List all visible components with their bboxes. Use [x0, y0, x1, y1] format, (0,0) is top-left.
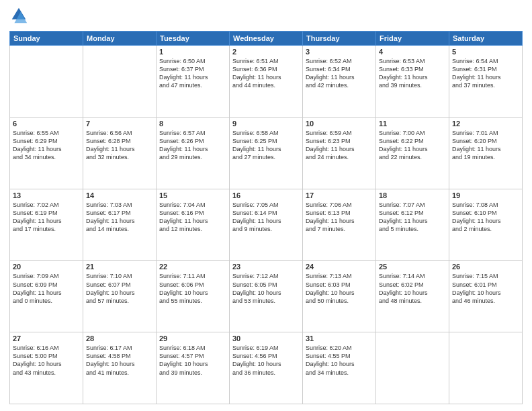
calendar-cell: 22Sunrise: 7:11 AM Sunset: 6:06 PM Dayli…	[157, 261, 230, 332]
calendar-cell: 4Sunrise: 6:53 AM Sunset: 6:33 PM Daylig…	[376, 46, 449, 118]
cell-text: Sunrise: 7:06 AM Sunset: 6:13 PM Dayligh…	[306, 201, 373, 234]
logo-icon	[9, 7, 28, 26]
calendar-cell: 26Sunrise: 7:15 AM Sunset: 6:01 PM Dayli…	[449, 261, 523, 332]
logo	[9, 7, 31, 26]
cell-text: Sunrise: 7:13 AM Sunset: 6:03 PM Dayligh…	[306, 272, 373, 305]
calendar-header-tuesday: Tuesday	[157, 32, 230, 46]
calendar-cell: 23Sunrise: 7:12 AM Sunset: 6:05 PM Dayli…	[230, 261, 303, 332]
day-number: 13	[13, 191, 80, 199]
day-number: 23	[232, 263, 300, 271]
cell-text: Sunrise: 6:51 AM Sunset: 6:36 PM Dayligh…	[232, 57, 300, 90]
calendar-cell: 15Sunrise: 7:04 AM Sunset: 6:16 PM Dayli…	[157, 189, 230, 261]
cell-text: Sunrise: 6:16 AM Sunset: 5:00 PM Dayligh…	[13, 344, 80, 377]
calendar-cell: 13Sunrise: 7:02 AM Sunset: 6:19 PM Dayli…	[10, 189, 83, 261]
day-number: 21	[86, 263, 153, 271]
calendar-cell	[83, 46, 157, 118]
day-number: 17	[306, 191, 373, 199]
calendar-cell: 30Sunrise: 6:19 AM Sunset: 4:56 PM Dayli…	[230, 332, 303, 404]
calendar-cell: 20Sunrise: 7:09 AM Sunset: 6:09 PM Dayli…	[10, 261, 83, 332]
cell-text: Sunrise: 7:15 AM Sunset: 6:01 PM Dayligh…	[452, 272, 519, 305]
calendar-cell: 7Sunrise: 6:56 AM Sunset: 6:28 PM Daylig…	[83, 117, 157, 189]
cell-text: Sunrise: 7:11 AM Sunset: 6:06 PM Dayligh…	[159, 272, 226, 305]
day-number: 10	[306, 120, 373, 128]
header	[9, 7, 523, 26]
calendar-header-saturday: Saturday	[449, 32, 523, 46]
calendar-cell: 8Sunrise: 6:57 AM Sunset: 6:26 PM Daylig…	[157, 117, 230, 189]
cell-text: Sunrise: 7:09 AM Sunset: 6:09 PM Dayligh…	[13, 272, 80, 305]
day-number: 11	[379, 120, 446, 128]
cell-text: Sunrise: 6:59 AM Sunset: 6:23 PM Dayligh…	[306, 129, 373, 162]
calendar-cell: 10Sunrise: 6:59 AM Sunset: 6:23 PM Dayli…	[303, 117, 376, 189]
calendar-cell: 1Sunrise: 6:50 AM Sunset: 6:37 PM Daylig…	[157, 46, 230, 118]
day-number: 25	[379, 263, 446, 271]
calendar-cell: 5Sunrise: 6:54 AM Sunset: 6:31 PM Daylig…	[449, 46, 523, 118]
day-number: 7	[86, 120, 153, 128]
calendar-cell	[449, 332, 523, 404]
day-number: 24	[306, 263, 373, 271]
calendar-week-3: 13Sunrise: 7:02 AM Sunset: 6:19 PM Dayli…	[10, 189, 523, 261]
cell-text: Sunrise: 7:03 AM Sunset: 6:17 PM Dayligh…	[86, 201, 153, 234]
calendar-cell: 29Sunrise: 6:18 AM Sunset: 4:57 PM Dayli…	[157, 332, 230, 404]
cell-text: Sunrise: 7:05 AM Sunset: 6:14 PM Dayligh…	[232, 201, 300, 234]
cell-text: Sunrise: 7:08 AM Sunset: 6:10 PM Dayligh…	[452, 201, 519, 234]
calendar-cell: 25Sunrise: 7:14 AM Sunset: 6:02 PM Dayli…	[376, 261, 449, 332]
calendar-cell: 28Sunrise: 6:17 AM Sunset: 4:58 PM Dayli…	[83, 332, 157, 404]
day-number: 2	[232, 48, 300, 56]
calendar-cell: 17Sunrise: 7:06 AM Sunset: 6:13 PM Dayli…	[303, 189, 376, 261]
cell-text: Sunrise: 6:50 AM Sunset: 6:37 PM Dayligh…	[159, 57, 226, 90]
calendar-week-5: 27Sunrise: 6:16 AM Sunset: 5:00 PM Dayli…	[10, 332, 523, 404]
cell-text: Sunrise: 7:07 AM Sunset: 6:12 PM Dayligh…	[379, 201, 446, 234]
calendar-cell: 16Sunrise: 7:05 AM Sunset: 6:14 PM Dayli…	[230, 189, 303, 261]
calendar-header-wednesday: Wednesday	[230, 32, 303, 46]
cell-text: Sunrise: 7:00 AM Sunset: 6:22 PM Dayligh…	[379, 129, 446, 162]
day-number: 22	[159, 263, 226, 271]
calendar-header-sunday: Sunday	[10, 32, 83, 46]
calendar-cell: 3Sunrise: 6:52 AM Sunset: 6:34 PM Daylig…	[303, 46, 376, 118]
day-number: 1	[159, 48, 226, 56]
cell-text: Sunrise: 7:14 AM Sunset: 6:02 PM Dayligh…	[379, 272, 446, 305]
day-number: 15	[159, 191, 226, 199]
day-number: 31	[306, 334, 373, 342]
calendar-cell: 24Sunrise: 7:13 AM Sunset: 6:03 PM Dayli…	[303, 261, 376, 332]
cell-text: Sunrise: 6:55 AM Sunset: 6:29 PM Dayligh…	[13, 129, 80, 162]
day-number: 14	[86, 191, 153, 199]
day-number: 3	[306, 48, 373, 56]
calendar-cell: 21Sunrise: 7:10 AM Sunset: 6:07 PM Dayli…	[83, 261, 157, 332]
day-number: 27	[13, 334, 80, 342]
cell-text: Sunrise: 6:57 AM Sunset: 6:26 PM Dayligh…	[159, 129, 226, 162]
calendar-cell: 9Sunrise: 6:58 AM Sunset: 6:25 PM Daylig…	[230, 117, 303, 189]
calendar-header-thursday: Thursday	[303, 32, 376, 46]
cell-text: Sunrise: 6:17 AM Sunset: 4:58 PM Dayligh…	[86, 344, 153, 377]
day-number: 30	[232, 334, 300, 342]
day-number: 19	[452, 191, 519, 199]
day-number: 20	[13, 263, 80, 271]
page: SundayMondayTuesdayWednesdayThursdayFrid…	[0, 0, 532, 411]
calendar-header-monday: Monday	[83, 32, 157, 46]
cell-text: Sunrise: 6:52 AM Sunset: 6:34 PM Dayligh…	[306, 57, 373, 90]
cell-text: Sunrise: 7:02 AM Sunset: 6:19 PM Dayligh…	[13, 201, 80, 234]
calendar-cell: 14Sunrise: 7:03 AM Sunset: 6:17 PM Dayli…	[83, 189, 157, 261]
day-number: 26	[452, 263, 519, 271]
day-number: 5	[452, 48, 519, 56]
day-number: 29	[159, 334, 226, 342]
calendar-cell: 11Sunrise: 7:00 AM Sunset: 6:22 PM Dayli…	[376, 117, 449, 189]
cell-text: Sunrise: 6:56 AM Sunset: 6:28 PM Dayligh…	[86, 129, 153, 162]
cell-text: Sunrise: 7:10 AM Sunset: 6:07 PM Dayligh…	[86, 272, 153, 305]
calendar-cell: 12Sunrise: 7:01 AM Sunset: 6:20 PM Dayli…	[449, 117, 523, 189]
calendar-cell: 2Sunrise: 6:51 AM Sunset: 6:36 PM Daylig…	[230, 46, 303, 118]
cell-text: Sunrise: 7:04 AM Sunset: 6:16 PM Dayligh…	[159, 201, 226, 234]
cell-text: Sunrise: 7:12 AM Sunset: 6:05 PM Dayligh…	[232, 272, 300, 305]
calendar-cell	[10, 46, 83, 118]
cell-text: Sunrise: 6:20 AM Sunset: 4:55 PM Dayligh…	[306, 344, 373, 377]
calendar-cell: 27Sunrise: 6:16 AM Sunset: 5:00 PM Dayli…	[10, 332, 83, 404]
cell-text: Sunrise: 7:01 AM Sunset: 6:20 PM Dayligh…	[452, 129, 519, 162]
cell-text: Sunrise: 6:58 AM Sunset: 6:25 PM Dayligh…	[232, 129, 300, 162]
day-number: 12	[452, 120, 519, 128]
day-number: 18	[379, 191, 446, 199]
calendar-cell: 6Sunrise: 6:55 AM Sunset: 6:29 PM Daylig…	[10, 117, 83, 189]
calendar-cell: 31Sunrise: 6:20 AM Sunset: 4:55 PM Dayli…	[303, 332, 376, 404]
calendar-week-2: 6Sunrise: 6:55 AM Sunset: 6:29 PM Daylig…	[10, 117, 523, 189]
day-number: 28	[86, 334, 153, 342]
calendar-cell: 19Sunrise: 7:08 AM Sunset: 6:10 PM Dayli…	[449, 189, 523, 261]
cell-text: Sunrise: 6:18 AM Sunset: 4:57 PM Dayligh…	[159, 344, 226, 377]
